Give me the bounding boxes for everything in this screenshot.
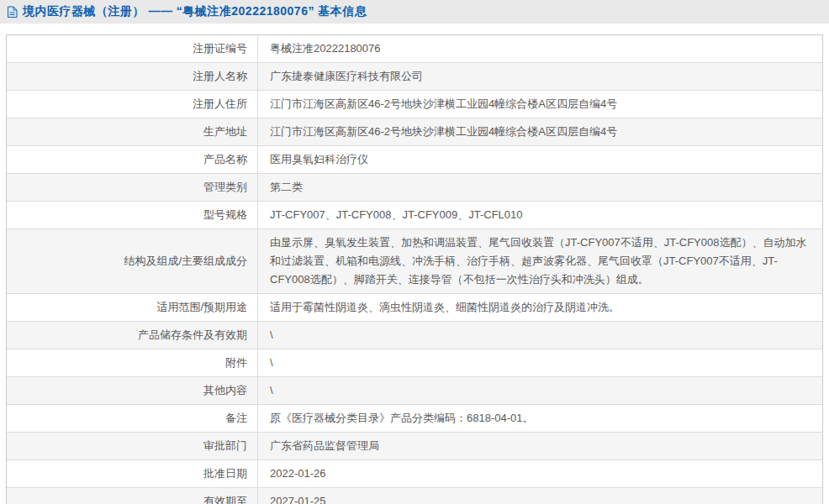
table-row-structure-composition: 结构及组成/主要组成成分 由显示屏、臭氧发生装置、加热和调温装置、尾气回收装置（… bbox=[7, 229, 822, 294]
table-row-model-spec: 型号规格 JT-CFY007、JT-CFY008、JT-CFY009、JT-CF… bbox=[7, 202, 822, 229]
row-value: 医用臭氧妇科治疗仪 bbox=[258, 146, 822, 173]
table-row-registrant-name: 注册人名称 广东捷泰健康医疗科技有限公司 bbox=[7, 63, 822, 91]
registration-info-table: 注册证编号 粤械注准20222180076 注册人名称 广东捷泰健康医疗科技有限… bbox=[6, 34, 823, 504]
row-label: 管理类别 bbox=[7, 174, 258, 201]
row-label: 附件 bbox=[7, 349, 258, 376]
row-label: 结构及组成/主要组成成分 bbox=[7, 229, 258, 293]
row-label: 注册人名称 bbox=[7, 63, 258, 90]
row-label: 注册证编号 bbox=[7, 35, 258, 62]
row-value: \ bbox=[258, 377, 822, 404]
table-row-attachment: 附件 \ bbox=[7, 349, 822, 377]
row-value: 江门市江海区高新区46-2号地块沙津横工业园4幢综合楼A区四层自编4号 bbox=[258, 91, 822, 118]
row-value: JT-CFY007、JT-CFY008、JT-CFY009、JT-CFL010 bbox=[258, 202, 822, 228]
row-label: 型号规格 bbox=[7, 202, 258, 228]
table-row-remarks: 备注 原《医疗器械分类目录》产品分类编码：6818-04-01。 bbox=[7, 405, 822, 433]
row-label: 备注 bbox=[7, 405, 258, 432]
table-row-approval-date: 批准日期 2022-01-26 bbox=[7, 460, 822, 488]
table-row-production-address: 生产地址 江门市江海区高新区46-2号地块沙津横工业园4幢综合楼A区四层自编4号 bbox=[7, 118, 822, 146]
row-value: 广东省药品监督管理局 bbox=[258, 433, 822, 459]
table-row-management-category: 管理类别 第二类 bbox=[7, 174, 822, 202]
row-value: \ bbox=[258, 349, 822, 376]
table-row-approval-department: 审批部门 广东省药品监督管理局 bbox=[7, 433, 822, 460]
table-row-registrant-address: 注册人住所 江门市江海区高新区46-2号地块沙津横工业园4幢综合楼A区四层自编4… bbox=[7, 91, 822, 118]
page-title: 境内医疗器械（注册） —— “粤械注准20222180076” 基本信息 bbox=[23, 4, 367, 19]
table-row-intended-use: 适用范围/预期用途 适用于霉菌性阴道炎、滴虫性阴道炎、细菌性阴道炎的治疗及阴道冲… bbox=[7, 294, 822, 322]
table-row-storage-validity: 产品储存条件及有效期 \ bbox=[7, 322, 822, 349]
row-label: 审批部门 bbox=[7, 433, 258, 459]
row-value: 2027-01-25 bbox=[258, 488, 822, 504]
row-value: 广东捷泰健康医疗科技有限公司 bbox=[258, 63, 822, 90]
row-label: 产品储存条件及有效期 bbox=[7, 322, 258, 349]
table-row-reg-number: 注册证编号 粤械注准20222180076 bbox=[7, 35, 822, 63]
document-icon bbox=[7, 6, 18, 18]
row-label: 产品名称 bbox=[7, 146, 258, 173]
table-row-valid-until: 有效期至 2027-01-25 bbox=[7, 488, 822, 504]
row-value: 2022-01-26 bbox=[258, 460, 822, 487]
row-label: 适用范围/预期用途 bbox=[7, 294, 258, 321]
page-header: 境内医疗器械（注册） —— “粤械注准20222180076” 基本信息 bbox=[0, 0, 829, 24]
row-label: 有效期至 bbox=[7, 488, 258, 504]
row-value: 原《医疗器械分类目录》产品分类编码：6818-04-01。 bbox=[258, 405, 822, 432]
row-value: 适用于霉菌性阴道炎、滴虫性阴道炎、细菌性阴道炎的治疗及阴道冲洗。 bbox=[258, 294, 822, 321]
row-label: 批准日期 bbox=[7, 460, 258, 487]
row-value: \ bbox=[258, 322, 822, 349]
row-label: 其他内容 bbox=[7, 377, 258, 404]
row-value: 江门市江海区高新区46-2号地块沙津横工业园4幢综合楼A区四层自编4号 bbox=[258, 118, 822, 145]
row-label: 注册人住所 bbox=[7, 91, 258, 118]
table-row-product-name: 产品名称 医用臭氧妇科治疗仪 bbox=[7, 146, 822, 174]
row-value: 由显示屏、臭氧发生装置、加热和调温装置、尾气回收装置（JT-CFY007不适用、… bbox=[258, 229, 822, 293]
row-label: 生产地址 bbox=[7, 118, 258, 145]
row-value: 粤械注准20222180076 bbox=[258, 35, 822, 62]
row-value: 第二类 bbox=[258, 174, 822, 201]
table-row-other-content: 其他内容 \ bbox=[7, 377, 822, 405]
